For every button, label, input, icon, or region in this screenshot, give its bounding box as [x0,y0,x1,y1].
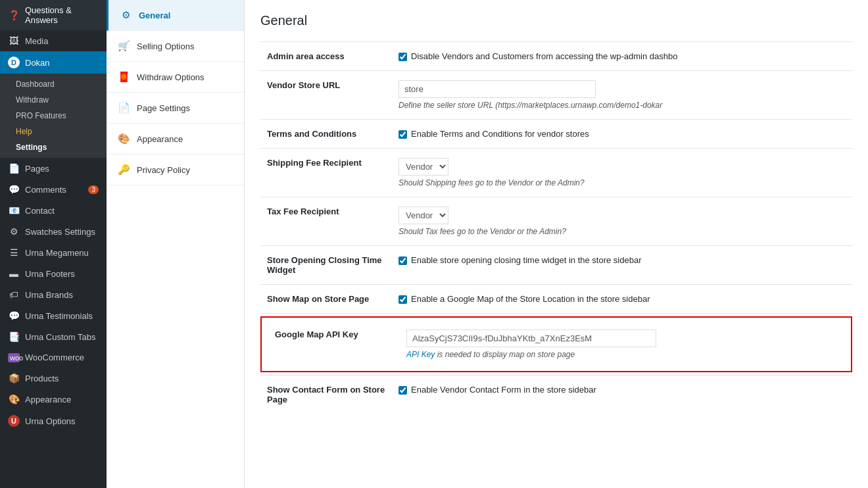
show-map-label: Show Map on Store Page [260,285,392,314]
sidebar-submenu-pro-features[interactable]: PRO Features [0,108,107,124]
google-map-api-key-control: API Key is needed to display map on stor… [400,324,844,364]
show-contact-form-checkbox-label[interactable]: Enable Vendor Contact Form in the store … [398,385,846,395]
store-opening-widget-control: Enable store opening closing time widget… [392,246,852,285]
admin-area-access-checkbox-label[interactable]: Disable Vendors and Customers from acces… [398,51,846,61]
terms-conditions-checkbox-label[interactable]: Enable Terms and Conditions for vendor s… [398,129,846,139]
general-subnav-icon: ⚙ [119,9,132,21]
google-map-api-key-input[interactable] [406,329,656,347]
sidebar-item-urna-options[interactable]: U Urna Options [0,410,107,432]
media-icon: 🖼 [8,36,20,46]
shipping-fee-select[interactable]: Vendor Admin [398,158,448,176]
tax-fee-select[interactable]: Vendor Admin [398,207,448,224]
store-opening-widget-label: Store Opening Closing Time Widget [260,246,392,285]
sidebar-submenu-withdraw[interactable]: Withdraw [0,92,107,108]
table-row: Admin area access Disable Vendors and Cu… [260,42,852,71]
sidebar-submenu-dashboard[interactable]: Dashboard [0,76,107,92]
subnav-item-general[interactable]: ⚙ General [107,0,244,31]
custom-tabs-icon: 📑 [8,331,20,342]
subnav-item-privacy-policy[interactable]: 🔑 Privacy Policy [107,155,244,185]
appearance-icon: 🎨 [8,394,20,404]
admin-area-access-checkbox[interactable] [398,53,407,61]
appearance-subnav-icon: 🎨 [117,133,130,145]
settings-table: Admin area access Disable Vendors and Cu… [260,41,852,414]
selling-options-subnav-icon: 🛒 [117,40,130,52]
content-panel: General Admin area access Disable Vendor… [245,0,868,488]
sidebar-submenu-settings[interactable]: Settings [0,139,107,155]
table-row: Vendor Store URL Define the seller store… [260,71,852,120]
sidebar-item-media[interactable]: 🖼 Media [0,30,107,51]
sidebar-item-urna-testimonials[interactable]: 💬 Urna Testimonials [0,305,107,326]
sidebar-item-contact[interactable]: 📧 Contact [0,200,107,221]
sidebar-item-swatches-settings[interactable]: ⚙ Swatches Settings [0,221,107,242]
table-row: Show Map on Store Page Enable a Google M… [260,285,852,314]
sidebar-item-urna-brands[interactable]: 🏷 Urna Brands [0,284,107,305]
tax-fee-desc: Should Tax fees go to the Vendor or the … [398,227,846,236]
table-row: Google Map API Key API Key is needed to … [260,314,852,376]
table-row: Tax Fee Recipient Vendor Admin Should Ta… [260,197,852,246]
sidebar-item-pages[interactable]: 📄 Pages [0,158,107,179]
brands-icon: 🏷 [8,289,20,300]
subnav-item-withdraw-options[interactable]: 🧧 Withdraw Options [107,62,244,93]
show-map-checkbox-label[interactable]: Enable a Google Map of the Store Locatio… [398,294,846,304]
subnav-item-page-settings[interactable]: 📄 Page Settings [107,93,244,124]
subnav-item-appearance[interactable]: 🎨 Appearance [107,124,244,155]
swatches-icon: ⚙ [8,226,20,237]
terms-conditions-label: Terms and Conditions [260,120,392,149]
terms-conditions-control: Enable Terms and Conditions for vendor s… [392,120,852,149]
shipping-fee-desc: Should Shipping fees go to the Vendor or… [398,178,846,187]
tax-fee-label: Tax Fee Recipient [260,197,392,246]
pages-icon: 📄 [8,163,20,174]
sidebar-item-urna-megamenu[interactable]: ☰ Urna Megamenu [0,242,107,263]
comments-badge: 3 [88,185,99,194]
contact-icon: 📧 [8,205,20,216]
show-map-control: Enable a Google Map of the Store Locatio… [392,285,852,314]
page-settings-subnav-icon: 📄 [117,102,130,114]
admin-area-access-label: Admin area access [260,42,392,71]
questions-icon: ❓ [8,10,20,20]
api-key-link[interactable]: API Key [406,350,435,359]
footers-icon: ▬ [8,268,20,279]
show-contact-form-checkbox[interactable] [398,386,407,395]
subnav-item-selling-options[interactable]: 🛒 Selling Options [107,31,244,62]
subnav-panel: ⚙ General 🛒 Selling Options 🧧 Withdraw O… [107,0,245,488]
table-row: Show Contact Form on Store Page Enable V… [260,376,852,414]
table-row: Shipping Fee Recipient Vendor Admin Shou… [260,149,852,197]
sidebar-item-comments[interactable]: 💬 Comments 3 [0,179,107,200]
woocommerce-icon: woo [8,353,20,362]
sidebar-item-dokan[interactable]: D Dokan [0,51,107,74]
sidebar-item-questions-answers[interactable]: ❓ Questions & Answers [0,0,107,30]
show-contact-form-label: Show Contact Form on Store Page [260,376,392,414]
google-map-api-key-desc: API Key is needed to display map on stor… [406,350,838,359]
admin-area-access-control: Disable Vendors and Customers from acces… [392,42,852,71]
vendor-store-url-desc: Define the seller store URL (https://mar… [398,101,846,110]
store-opening-widget-checkbox-label[interactable]: Enable store opening closing time widget… [398,255,846,265]
tax-fee-control: Vendor Admin Should Tax fees go to the V… [392,197,852,246]
google-map-api-key-label: Google Map API Key [268,324,400,364]
vendor-store-url-label: Vendor Store URL [260,71,392,120]
show-contact-form-control: Enable Vendor Contact Form in the store … [392,376,852,414]
sidebar-item-woocommerce[interactable]: woo WooCommerce [0,347,107,368]
vendor-store-url-input[interactable] [398,80,596,98]
shipping-fee-control: Vendor Admin Should Shipping fees go to … [392,149,852,197]
megamenu-icon: ☰ [8,247,20,258]
sidebar-item-products[interactable]: 📦 Products [0,368,107,389]
shipping-fee-label: Shipping Fee Recipient [260,149,392,197]
terms-conditions-checkbox[interactable] [398,130,407,139]
sidebar-item-urna-footers[interactable]: ▬ Urna Footers [0,263,107,284]
sidebar-item-urna-custom-tabs[interactable]: 📑 Urna Custom Tabs [0,326,107,347]
table-row: Terms and Conditions Enable Terms and Co… [260,120,852,149]
store-opening-widget-checkbox[interactable] [398,256,407,265]
sidebar-item-appearance[interactable]: 🎨 Appearance [0,389,107,410]
dokan-submenu: Dashboard Withdraw PRO Features Help Set… [0,74,107,158]
sidebar: ❓ Questions & Answers 🖼 Media D Dokan Da… [0,0,107,488]
products-icon: 📦 [8,373,20,383]
table-row: Store Opening Closing Time Widget Enable… [260,246,852,285]
comments-icon: 💬 [8,184,20,195]
show-map-checkbox[interactable] [398,295,407,304]
google-map-api-section: Google Map API Key API Key is needed to … [260,316,852,372]
vendor-store-url-control: Define the seller store URL (https://mar… [392,71,852,120]
sidebar-submenu-help[interactable]: Help [0,124,107,139]
testimonials-icon: 💬 [8,310,20,321]
dokan-icon: D [8,57,20,68]
urna-options-icon: U [8,415,20,427]
